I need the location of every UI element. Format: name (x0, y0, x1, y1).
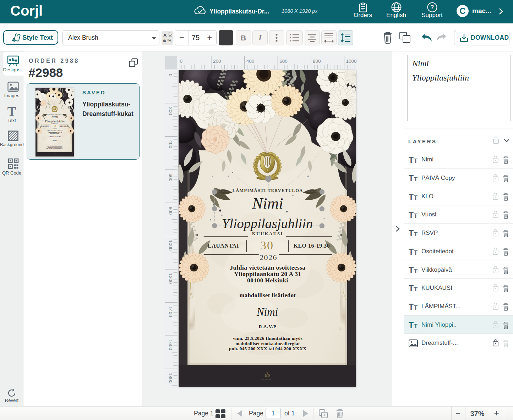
svg-text:1200: 1200 (168, 273, 173, 284)
svg-text:%: % (168, 38, 171, 43)
svg-text:400: 400 (246, 59, 254, 64)
svg-text:T: T (414, 212, 418, 219)
svg-text:T: T (414, 286, 418, 292)
svg-text:T: T (409, 155, 414, 164)
svg-text:1000: 1000 (168, 240, 173, 250)
svg-text:200: 200 (168, 107, 173, 115)
svg-text:200: 200 (213, 59, 221, 64)
svg-text:1000: 1000 (346, 59, 356, 64)
svg-text:T: T (414, 249, 418, 256)
svg-text:800: 800 (313, 59, 321, 64)
svg-text:T: T (414, 158, 418, 164)
svg-text:0: 0 (180, 59, 182, 64)
svg-text:0: 0 (168, 74, 173, 77)
svg-text:400: 400 (168, 140, 173, 149)
svg-text:T: T (414, 304, 418, 311)
svg-text:T: T (409, 192, 414, 201)
svg-text:T: T (414, 176, 418, 182)
svg-text:1800: 1800 (168, 373, 173, 383)
svg-text:800: 800 (168, 207, 173, 215)
svg-text:T: T (409, 174, 414, 183)
svg-text:600: 600 (279, 59, 288, 64)
svg-text:T: T (409, 247, 414, 256)
svg-text:T: T (414, 194, 418, 201)
svg-text:T: T (409, 321, 414, 330)
svg-text:T: T (414, 231, 418, 237)
svg-text:600: 600 (168, 173, 173, 182)
svg-text:T: T (414, 323, 418, 329)
svg-text:T: T (409, 229, 414, 238)
svg-text:&: & (163, 38, 166, 43)
svg-text:1400: 1400 (168, 306, 173, 317)
svg-text:T: T (409, 266, 414, 275)
svg-text:A: A (163, 33, 167, 38)
svg-text:T: T (409, 302, 414, 311)
svg-text:T: T (409, 284, 414, 293)
svg-text:?: ? (431, 4, 434, 10)
svg-text:T: T (409, 210, 414, 219)
svg-text:T: T (414, 268, 418, 274)
svg-text:1600: 1600 (168, 339, 173, 350)
